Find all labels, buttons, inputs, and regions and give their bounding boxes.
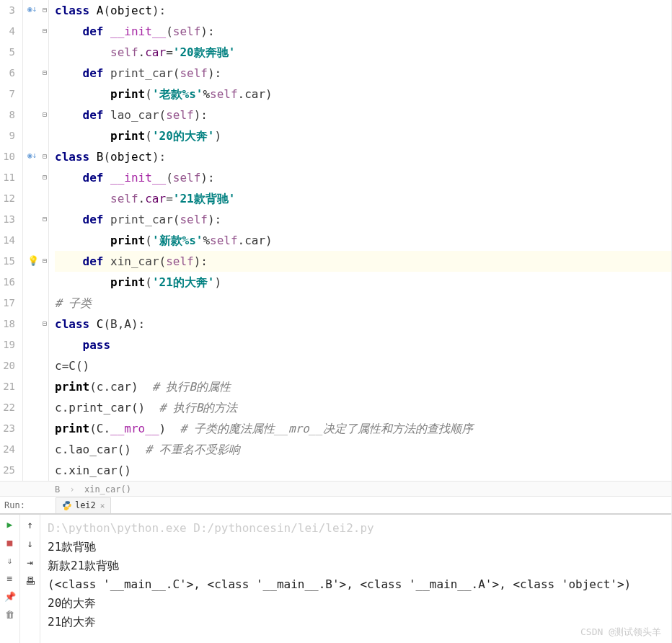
line-number: 17 — [0, 293, 15, 314]
fold-icon[interactable]: ⊟ — [43, 257, 47, 265]
fold-icon[interactable]: ⊟ — [43, 110, 47, 118]
code-line[interactable]: def __init__(self): — [55, 167, 671, 188]
code-line[interactable]: def __init__(self): — [55, 21, 671, 42]
code-editor[interactable]: 345678910111213141516171819202122232425 … — [0, 0, 671, 481]
line-number: 18 — [0, 314, 15, 334]
code-line[interactable]: self.car='20款奔驰' — [55, 42, 671, 63]
code-line[interactable]: c.xin_car() — [55, 460, 671, 481]
output-line: 21款背驰 — [48, 538, 664, 556]
code-line[interactable]: class B(object): — [55, 146, 671, 167]
export-icon[interactable]: ≡ — [7, 573, 13, 584]
run-panel-label: Run: — [0, 500, 30, 510]
output-line: (<class '__main__.C'>, <class '__main__.… — [48, 575, 664, 594]
line-number: 20 — [0, 355, 15, 376]
print-icon[interactable]: 🖶 — [25, 575, 35, 587]
watermark: CSDN @测试领头羊 — [580, 626, 661, 639]
override-icon[interactable]: ◉↓ — [27, 4, 37, 14]
line-number: 19 — [0, 334, 15, 355]
code-line[interactable]: print(C.__mro__) # 子类的魔法属性__mro__决定了属性和方… — [55, 418, 671, 439]
line-number: 13 — [0, 209, 15, 230]
code-line[interactable]: def xin_car(self): — [55, 251, 671, 272]
code-line[interactable]: c=C() — [55, 355, 671, 376]
fold-icon[interactable]: ⊟ — [43, 215, 47, 223]
line-number: 24 — [0, 439, 15, 460]
fold-icon[interactable]: ⊟ — [43, 152, 47, 160]
run-icon[interactable]: ▶ — [7, 519, 13, 530]
output-line: 新款21款背驰 — [48, 556, 664, 575]
code-line[interactable]: def print_car(self): — [55, 63, 671, 84]
pin-icon[interactable]: 📌 — [4, 591, 16, 602]
code-line[interactable]: # 子类 — [55, 293, 671, 314]
code-line[interactable]: def lao_car(self): — [55, 105, 671, 125]
line-number: 22 — [0, 397, 15, 418]
wrap-icon[interactable]: ⇥ — [27, 556, 32, 568]
stop-icon[interactable]: ■ — [7, 537, 13, 548]
run-panel: ▶ ■ ⇓ ≡ 📌 🗑 ↑ ↓ ⇥ 🖶 D:\python\python.exe… — [0, 514, 671, 643]
close-icon[interactable]: ✕ — [100, 501, 105, 510]
line-number: 25 — [0, 460, 15, 481]
breadcrumb-class[interactable]: B — [55, 484, 60, 495]
run-tab[interactable]: lei2 ✕ — [56, 497, 112, 513]
line-number: 6 — [0, 63, 15, 84]
fold-icon[interactable]: ⊟ — [43, 173, 47, 181]
code-line[interactable]: print(c.car) # 执行B的属性 — [55, 376, 671, 397]
line-number: 23 — [0, 418, 15, 439]
run-toolbar-right: ↑ ↓ ⇥ 🖶 — [20, 515, 40, 643]
code-line[interactable]: class C(B,A): — [55, 314, 671, 334]
code-line[interactable]: self.car='21款背驰' — [55, 188, 671, 209]
python-icon — [62, 500, 72, 510]
output-line: D:\python\python.exe D:/pythoncesin/lei/… — [48, 519, 664, 538]
fold-marker-column: ◉↓⊟⊟⊟⊟◉↓⊟⊟⊟💡⊟⊟ — [23, 0, 49, 481]
line-number: 9 — [0, 125, 15, 146]
code-line[interactable]: c.print_car() # 执行B的方法 — [55, 397, 671, 418]
output-line: 21的大奔 — [48, 613, 664, 631]
line-number: 14 — [0, 230, 15, 251]
code-line[interactable]: c.lao_car() # 不重名不受影响 — [55, 439, 671, 460]
down-icon[interactable]: ↓ — [27, 538, 32, 549]
line-number: 12 — [0, 188, 15, 209]
run-toolbar-left: ▶ ■ ⇓ ≡ 📌 🗑 — [0, 515, 20, 643]
fold-icon[interactable]: ⊟ — [43, 319, 47, 327]
code-line[interactable]: print('老款%s'%self.car) — [55, 84, 671, 105]
override-icon[interactable]: ◉↓ — [27, 151, 37, 160]
line-number-gutter: 345678910111213141516171819202122232425 — [0, 0, 23, 481]
code-line[interactable]: pass — [55, 334, 671, 355]
code-line[interactable]: print('20的大奔') — [55, 125, 671, 146]
breadcrumb-function[interactable]: xin_car() — [84, 484, 131, 495]
line-number: 16 — [0, 272, 15, 293]
line-number: 3 — [0, 0, 15, 21]
up-icon[interactable]: ↑ — [27, 519, 32, 531]
fold-icon[interactable]: ⊟ — [43, 6, 47, 14]
line-number: 15 — [0, 251, 15, 272]
output-line: 20的大奔 — [48, 594, 664, 613]
line-number: 11 — [0, 167, 15, 188]
line-number: 8 — [0, 105, 15, 125]
trash-icon[interactable]: 🗑 — [5, 609, 14, 620]
fold-icon[interactable]: ⊟ — [43, 27, 47, 35]
chevron-right-icon: › — [69, 484, 74, 495]
code-line[interactable]: print('21的大奔') — [55, 272, 671, 293]
line-number: 10 — [0, 146, 15, 167]
line-number: 21 — [0, 376, 15, 397]
rerun-icon[interactable]: ⇓ — [7, 555, 13, 566]
line-number: 7 — [0, 84, 15, 105]
line-number: 4 — [0, 21, 15, 42]
console-output[interactable]: D:\python\python.exe D:/pythoncesin/lei/… — [40, 515, 671, 643]
run-tab-label: lei2 — [75, 500, 96, 510]
code-content[interactable]: class A(object): def __init__(self): sel… — [49, 0, 671, 481]
bulb-icon[interactable]: 💡 — [27, 255, 39, 266]
breadcrumb[interactable]: B › xin_car() — [0, 481, 671, 497]
code-line[interactable]: def print_car(self): — [55, 209, 671, 230]
code-line[interactable]: print('新款%s'%self.car) — [55, 230, 671, 251]
fold-icon[interactable]: ⊟ — [43, 68, 47, 76]
code-line[interactable]: class A(object): — [55, 0, 671, 21]
line-number: 5 — [0, 42, 15, 63]
